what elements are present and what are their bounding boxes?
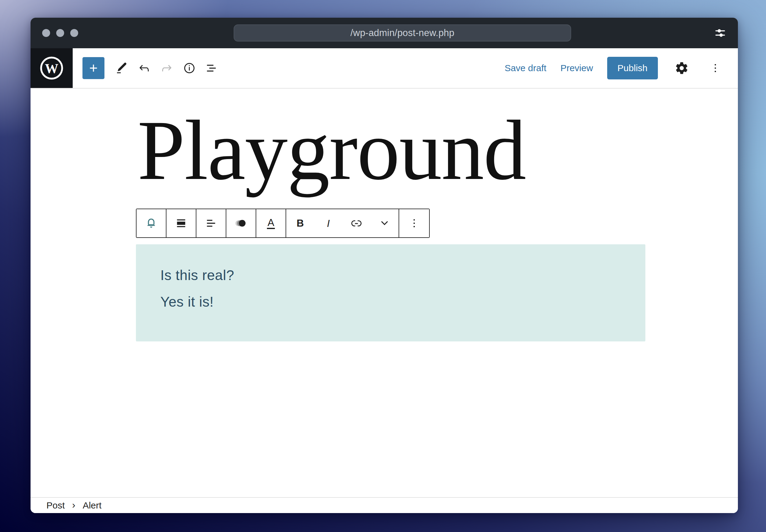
- align-text-left-icon: [204, 216, 218, 230]
- block-options-button[interactable]: [399, 209, 429, 237]
- kebab-menu-icon: [708, 61, 722, 75]
- breadcrumb-block-alert[interactable]: Alert: [83, 500, 102, 511]
- alert-paragraph[interactable]: Yes it is!: [160, 294, 621, 310]
- italic-label: I: [327, 217, 330, 229]
- svg-text:W: W: [45, 61, 58, 76]
- pencil-icon: [115, 61, 129, 75]
- highlight-color-label: A: [267, 217, 275, 229]
- address-bar[interactable]: /wp-admin/post-new.php: [234, 24, 571, 42]
- gear-icon: [675, 61, 689, 75]
- bold-label: B: [297, 217, 304, 229]
- info-icon: [182, 61, 196, 75]
- chevron-down-icon: [378, 216, 392, 230]
- vertical-alignment-icon: [174, 216, 188, 230]
- window-minimize-button[interactable]: [56, 29, 64, 37]
- alert-paragraph[interactable]: Is this real?: [160, 268, 621, 283]
- breadcrumb: Post › Alert: [31, 497, 738, 513]
- tools-button[interactable]: [112, 58, 131, 78]
- details-button[interactable]: [180, 58, 199, 78]
- text-align-button[interactable]: [196, 209, 226, 237]
- italic-button[interactable]: I: [314, 209, 342, 237]
- more-formats-button[interactable]: [370, 209, 399, 237]
- window-controls: [42, 29, 78, 37]
- highlight-color-button[interactable]: A: [256, 209, 286, 237]
- undo-icon: [137, 61, 151, 75]
- browser-window: /wp-admin/post-new.php W: [31, 18, 738, 513]
- alert-block[interactable]: Is this real? Yes it is!: [136, 244, 645, 341]
- bell-icon: [144, 216, 158, 230]
- chevron-right-icon: ›: [72, 499, 75, 511]
- preview-button[interactable]: Preview: [560, 63, 593, 73]
- link-icon: [349, 216, 363, 230]
- header-toolbar: [73, 48, 222, 88]
- save-draft-button[interactable]: Save draft: [505, 63, 546, 73]
- alert-block-type-button[interactable]: [137, 209, 166, 237]
- bold-button[interactable]: B: [286, 209, 314, 237]
- editor-header: W: [31, 48, 738, 89]
- block-toolbar: A B I: [136, 209, 430, 238]
- undo-button[interactable]: [134, 58, 154, 78]
- browser-settings-sliders-icon[interactable]: [713, 26, 727, 40]
- post-title-input[interactable]: Playground: [137, 105, 526, 195]
- motion-effect-button[interactable]: [226, 209, 256, 237]
- block-vertical-alignment-button[interactable]: [166, 209, 196, 237]
- breadcrumb-post[interactable]: Post: [46, 500, 65, 511]
- publish-button[interactable]: Publish: [607, 57, 658, 79]
- settings-button[interactable]: [672, 58, 691, 78]
- desktop-background: /wp-admin/post-new.php W: [0, 0, 766, 532]
- redo-button[interactable]: [157, 58, 177, 78]
- options-button[interactable]: [706, 58, 725, 78]
- window-maximize-button[interactable]: [70, 29, 78, 37]
- kebab-menu-icon: [407, 216, 421, 230]
- window-close-button[interactable]: [42, 29, 50, 37]
- document-overview-button[interactable]: [202, 58, 222, 78]
- block-inserter-button[interactable]: [82, 57, 104, 79]
- redo-icon: [160, 61, 174, 75]
- plus-icon: [86, 61, 100, 75]
- wordpress-logo-icon: W: [38, 55, 65, 82]
- link-button[interactable]: [342, 209, 370, 237]
- address-bar-url: /wp-admin/post-new.php: [350, 27, 454, 38]
- window-titlebar: /wp-admin/post-new.php: [31, 18, 738, 48]
- rich-text-format-group: B I: [286, 209, 399, 237]
- editor-canvas: Playground: [31, 89, 738, 497]
- header-actions: Save draft Preview Publish: [505, 48, 738, 88]
- wordpress-menu-button[interactable]: W: [31, 48, 73, 88]
- motion-icon: [234, 216, 248, 230]
- list-view-icon: [205, 61, 219, 75]
